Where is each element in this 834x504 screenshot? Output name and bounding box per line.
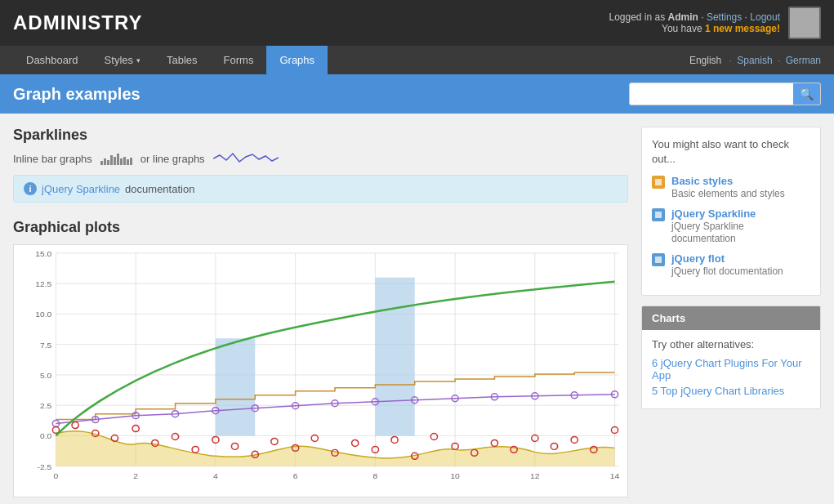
svg-text:10: 10: [450, 471, 460, 480]
header-right: Logged in as Admin · Settings · Logout Y…: [609, 11, 780, 34]
message-line: You have 1 new message!: [609, 23, 780, 34]
logo-admin: ADMIN: [13, 11, 82, 33]
sparkline-info-text: documentation: [125, 183, 194, 195]
red-dot: [491, 439, 497, 446]
nav-forms[interactable]: Forms: [211, 46, 267, 74]
sidebar-link-item: jQuery flot jQuery flot documentation: [652, 252, 810, 277]
bar-1: [216, 338, 255, 435]
header: ADMINISTRY Logged in as Admin · Settings…: [0, 0, 834, 46]
sidebar-link-item: Basic styles Basic elements and styles: [652, 175, 810, 199]
red-dot: [192, 446, 198, 453]
avatar: [788, 7, 821, 39]
svg-text:0.0: 0.0: [40, 432, 52, 441]
charts-body: Try other alternatives: 6 jQuery Chart P…: [642, 330, 820, 408]
check-out-title: You might also want to check out...: [652, 137, 810, 167]
nav-graphs[interactable]: Graphs: [266, 46, 328, 74]
lang-german[interactable]: German: [786, 55, 821, 66]
svg-rect-32: [655, 179, 662, 185]
sparklines-section: Sparklines Inline bar graphs or line gra…: [13, 127, 628, 203]
area-fill: [56, 431, 614, 466]
content: Sparklines Inline bar graphs or line gra…: [13, 127, 628, 497]
lang-sep-2: ·: [778, 55, 783, 66]
new-message-badge[interactable]: 1 new message!: [705, 23, 780, 34]
sparkline-info: i jQuery Sparkline documentation: [13, 175, 628, 203]
red-dot: [271, 438, 278, 444]
info-icon: i: [24, 182, 37, 195]
link-icon-2: [652, 208, 665, 221]
sidebar-charts: Charts Try other alternatives: 6 jQuery …: [641, 306, 821, 409]
flot-sidebar-link[interactable]: jQuery flot: [671, 252, 783, 265]
charts-try: Try other alternatives:: [652, 338, 810, 350]
search-box: 🔍: [629, 83, 821, 105]
charts-link-1[interactable]: 6 jQuery Chart Plugins For Your App: [652, 357, 810, 381]
sparklines-desc-middle: or line graphs: [140, 153, 205, 165]
svg-text:6: 6: [293, 471, 298, 480]
svg-rect-34: [655, 256, 662, 263]
red-dot: [72, 422, 78, 429]
svg-text:2: 2: [133, 471, 138, 480]
logo: ADMINISTRY: [13, 11, 142, 34]
red-dot: [391, 436, 398, 443]
lang-sep-1: ·: [729, 55, 735, 66]
sparkline-line-graph: [213, 150, 279, 167]
sparkline-sidebar-link[interactable]: jQuery Sparkline: [671, 207, 810, 220]
page-title: Graph examples: [13, 85, 140, 104]
bar-2: [375, 278, 414, 436]
header-right-wrap: Logged in as Admin · Settings · Logout Y…: [609, 7, 821, 39]
bar-item: [123, 157, 126, 165]
nav-left: Dashboard Styles ▾ Tables Forms Graphs: [13, 46, 328, 74]
settings-link[interactable]: Settings: [707, 11, 742, 23]
doc-icon: [654, 211, 662, 219]
red-dot: [430, 434, 437, 440]
search-input[interactable]: [630, 84, 793, 105]
sidebar-check-out: You might also want to check out... Basi…: [641, 127, 821, 296]
chart-svg: 15.0 12.5 10.0 7.5 5.0 2.5 0.0 -2.5 0 2 …: [14, 245, 627, 497]
basic-styles-desc: Basic elements and styles: [671, 188, 785, 199]
bar-item: [114, 157, 116, 165]
nav-dashboard[interactable]: Dashboard: [13, 46, 91, 74]
sidebar-link-item: jQuery Sparkline jQuery Sparkline docume…: [652, 207, 810, 244]
svg-text:14: 14: [610, 471, 620, 480]
nav-tables[interactable]: Tables: [154, 46, 211, 74]
svg-rect-33: [655, 212, 662, 218]
sidebar: You might also want to check out... Basi…: [641, 127, 821, 497]
svg-text:12.5: 12.5: [35, 279, 51, 288]
nav-graphs-label: Graphs: [279, 54, 314, 66]
bar-item: [120, 158, 123, 165]
red-dot: [551, 443, 557, 449]
svg-text:12: 12: [530, 471, 540, 480]
logo-istry: ISTRY: [82, 11, 143, 33]
lang-spanish[interactable]: Spanish: [737, 55, 772, 66]
bar-item: [104, 158, 106, 165]
red-dot: [231, 443, 238, 449]
logout-link[interactable]: Logout: [750, 11, 780, 23]
search-button[interactable]: 🔍: [793, 83, 820, 105]
sparklines-title: Sparklines: [13, 127, 628, 144]
link-content-2: jQuery Sparkline jQuery Sparkline docume…: [671, 207, 810, 244]
main: Sparklines Inline bar graphs or line gra…: [0, 114, 834, 504]
lang-english[interactable]: English: [689, 55, 721, 66]
sparklines-desc: Inline bar graphs or line graphs: [13, 150, 628, 167]
svg-text:10.0: 10.0: [35, 310, 51, 319]
charts-header: Charts: [642, 306, 820, 330]
svg-text:8: 8: [373, 471, 378, 480]
basic-styles-link[interactable]: Basic styles: [671, 175, 785, 187]
sparkline-link[interactable]: jQuery Sparkline: [42, 183, 120, 195]
charts-link-2[interactable]: 5 Top jQuery Chart Libraries: [652, 385, 810, 397]
svg-text:15.0: 15.0: [35, 249, 51, 258]
nav-styles[interactable]: Styles ▾: [91, 46, 154, 74]
logged-as-line: Logged in as Admin · Settings · Logout: [609, 11, 780, 23]
svg-text:-2.5: -2.5: [38, 462, 52, 471]
nav-forms-label: Forms: [224, 54, 254, 66]
link-icon-3: [652, 253, 665, 266]
red-dot: [352, 439, 359, 446]
link-content-1: Basic styles Basic elements and styles: [671, 175, 785, 199]
doc-icon: [654, 256, 662, 264]
admin-name: Admin: [668, 11, 698, 23]
bar-item: [107, 160, 109, 165]
link-content-3: jQuery flot jQuery flot documentation: [671, 252, 783, 277]
sparkline-sidebar-desc: jQuery Sparkline documentation: [671, 221, 744, 244]
bar-item: [127, 159, 129, 165]
svg-text:5.0: 5.0: [40, 371, 52, 380]
nav-tables-label: Tables: [167, 54, 198, 66]
